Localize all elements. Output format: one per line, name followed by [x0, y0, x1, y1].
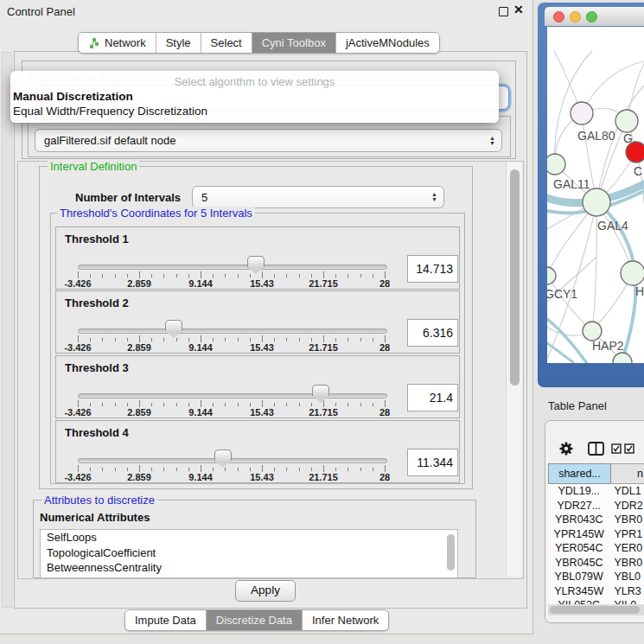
close-traffic-light[interactable]	[553, 11, 564, 22]
threshold-4-slider[interactable]	[78, 458, 387, 463]
tab-select[interactable]: Select	[201, 33, 252, 53]
numerical-attributes-label: Numerical Attributes	[40, 511, 150, 524]
threshold-3-panel: Threshold 3 -3.4262.8599.14415.4321.7152…	[55, 355, 460, 418]
threshold-1-slider[interactable]	[78, 265, 387, 270]
tab-discretize-data[interactable]: Discretize Data	[207, 610, 303, 630]
num-intervals-select[interactable]: 5 ▲▼	[192, 186, 444, 208]
threshold-2-panel: Threshold 2 -3.4262.8599.14415.4321.7152…	[55, 290, 460, 354]
slider-tick-labels: -3.4262.8599.14415.4321.71528	[56, 407, 459, 418]
svg-text:C: C	[634, 164, 642, 178]
dropdown-item-equal-width[interactable]: Equal Width/Frequency Discretization	[13, 105, 207, 118]
table-row[interactable]: YIL052CYIL0	[548, 598, 644, 604]
table-row[interactable]: YBR043CYBR0	[548, 513, 644, 527]
top-tab-bar: Network Style Select Cyni Toolbox jActiv…	[78, 32, 440, 54]
slider-thumb[interactable]	[247, 256, 265, 267]
algorithm-dropdown-popup: Select algorithm to view settings Manual…	[10, 71, 499, 123]
tab-network[interactable]: Network	[79, 33, 156, 53]
minimize-traffic-light[interactable]	[570, 11, 581, 22]
column-header-name[interactable]: n	[611, 463, 644, 484]
table-row[interactable]: YBL079WYBL0	[548, 570, 644, 584]
split-columns-icon[interactable]	[588, 442, 604, 456]
network-canvas[interactable]: GAL80G.CGAL11GAL4GCY1HHAP2	[547, 27, 644, 363]
tab-style[interactable]: Style	[156, 33, 201, 53]
attribute-item[interactable]: SelfLoops	[41, 530, 457, 545]
tab-infer-network[interactable]: Infer Network	[303, 610, 388, 630]
tab-label: Style	[166, 36, 191, 49]
svg-text:GAL11: GAL11	[553, 177, 590, 191]
close-icon[interactable]: ✕	[513, 3, 524, 16]
threshold-label: Threshold 2	[65, 296, 129, 309]
table-row[interactable]: YLR345WYLR3	[548, 584, 644, 599]
dropdown-item-manual-discretization[interactable]: Manual Discretization	[13, 90, 133, 103]
network-icon	[88, 37, 100, 49]
threshold-3-value-field[interactable]: 21.4	[407, 384, 458, 411]
svg-text:H: H	[635, 284, 644, 298]
table-row[interactable]: YPR145WYPR1	[548, 527, 644, 542]
checkbox-icon[interactable]	[611, 443, 622, 454]
threshold-1-value-field[interactable]: 14.713	[407, 255, 458, 283]
threshold-4-value-field[interactable]: 11.344	[407, 449, 458, 476]
checkbox-icon[interactable]	[624, 443, 634, 454]
threshold-2-value-field[interactable]: 6.316	[407, 319, 458, 347]
table-header-row: shared... n	[548, 463, 644, 484]
dropdown-prompt: Select algorithm to view settings	[10, 75, 499, 88]
window-title: Control Panel	[7, 5, 75, 18]
tab-label: Cyni Toolbox	[262, 36, 326, 49]
svg-text:G.: G.	[623, 131, 636, 145]
table-data-value: galFiltered.sif default node	[44, 134, 175, 147]
network-svg: GAL80G.CGAL11GAL4GCY1HHAP2	[547, 27, 644, 363]
attributes-list: SelfLoopsTopologicalCoefficientBetweenne…	[40, 529, 458, 578]
table-data-select[interactable]: galFiltered.sif default node ▲▼	[35, 129, 502, 152]
screen: Control Panel ✕ Network Style Select Cyn…	[0, 0, 644, 644]
attribute-item[interactable]: BetweennessCentrality	[41, 560, 457, 576]
apply-button[interactable]: Apply	[235, 580, 296, 602]
float-icon[interactable]	[499, 7, 508, 16]
svg-text:HAP2: HAP2	[592, 339, 624, 353]
svg-text:GCY1: GCY1	[547, 287, 577, 301]
column-header-shared-name[interactable]: shared...	[548, 463, 611, 484]
slider-tick-labels: -3.4262.8599.14415.4321.71528	[56, 342, 459, 353]
interval-definition-title: Interval Definition	[48, 160, 139, 173]
table-row[interactable]: YER054CYER0	[548, 541, 644, 556]
thresholds-group-title: Threshold's Coordinates for 5 Intervals	[57, 207, 255, 220]
tab-label: Select	[211, 36, 242, 49]
attribute-item[interactable]: TopologicalCoefficient	[41, 545, 457, 561]
num-intervals-value: 5	[201, 191, 207, 204]
gear-icon[interactable]	[558, 441, 574, 456]
tab-label: Impute Data	[135, 614, 196, 627]
threshold-3-slider[interactable]	[78, 393, 387, 399]
tab-label: Discretize Data	[216, 614, 292, 627]
threshold-2-slider[interactable]	[78, 328, 387, 334]
table-row[interactable]: YBR045CYBR0	[548, 556, 644, 571]
horizontal-scrollbar[interactable]	[548, 604, 644, 615]
scrollbar-thumb[interactable]	[510, 169, 520, 386]
table-row[interactable]: YDR27...YDR2	[548, 499, 644, 513]
num-intervals-label: Number of Intervals	[75, 191, 181, 204]
svg-text:GAL4: GAL4	[597, 219, 628, 233]
tab-label: Network	[105, 36, 146, 49]
list-scrollbar-thumb[interactable]	[447, 534, 455, 571]
attributes-group-title: Attributes to discretize	[41, 494, 157, 507]
threshold-label: Threshold 3	[65, 361, 129, 374]
tab-label: jActiveMNodules	[346, 36, 430, 49]
slider-thumb[interactable]	[165, 320, 182, 331]
slider-tick-labels: -3.4262.8599.14415.4321.71528	[56, 278, 459, 289]
tab-impute-data[interactable]: Impute Data	[125, 610, 207, 630]
scrollbar-thumb[interactable]	[550, 606, 640, 614]
tab-label: Infer Network	[312, 614, 379, 627]
svg-text:GAL80: GAL80	[577, 129, 615, 143]
slider-thumb[interactable]	[214, 450, 232, 461]
threshold-1-panel: Threshold 1 -3.4262.8599.14415.4321.7152…	[55, 226, 460, 290]
tab-jactivemnodules[interactable]: jActiveMNodules	[336, 33, 439, 53]
threshold-4-panel: Threshold 4 -3.4262.8599.14415.4321.7152…	[55, 420, 460, 483]
slider-thumb[interactable]	[312, 385, 329, 396]
table-body: YDL19...YDL1YDR27...YDR2YBR043CYBR0YPR14…	[548, 484, 644, 604]
stepper-icon: ▲▼	[431, 192, 437, 202]
tab-cyni-toolbox[interactable]: Cyni Toolbox	[252, 33, 336, 53]
table-panel-title: Table Panel	[548, 399, 607, 412]
zoom-traffic-light[interactable]	[586, 11, 597, 22]
table-row[interactable]: YDL19...YDL1	[548, 484, 644, 499]
bottom-tab-bar: Impute Data Discretize Data Infer Networ…	[124, 609, 389, 631]
vertical-scrollbar[interactable]	[506, 162, 522, 577]
panel-left-gutter	[2, 52, 12, 608]
